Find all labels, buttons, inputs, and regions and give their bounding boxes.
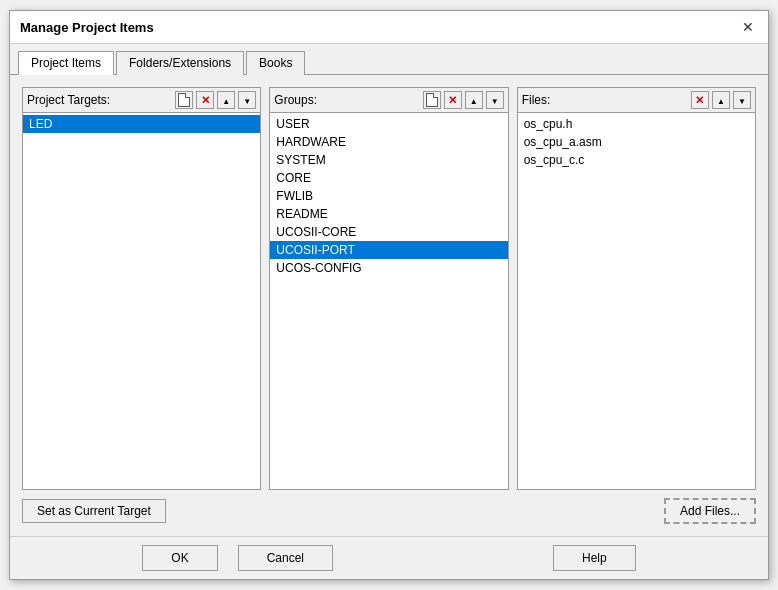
list-item[interactable]: UCOSII-PORT <box>270 241 507 259</box>
list-item[interactable]: LED <box>23 115 260 133</box>
arrow-down-icon <box>243 95 251 106</box>
targets-list[interactable]: LED <box>23 113 260 489</box>
files-label: Files: <box>522 93 688 107</box>
files-delete-button[interactable]: ✕ <box>691 91 709 109</box>
arrow-up-icon <box>717 95 725 106</box>
dialog-title: Manage Project Items <box>20 20 154 35</box>
targets-new-button[interactable] <box>175 91 193 109</box>
groups-list[interactable]: USER HARDWARE SYSTEM CORE FWLIB README U… <box>270 113 507 489</box>
tab-folders-extensions[interactable]: Folders/Extensions <box>116 51 244 75</box>
groups-move-down-button[interactable] <box>486 91 504 109</box>
list-item[interactable]: os_cpu_a.asm <box>518 133 755 151</box>
list-item[interactable]: HARDWARE <box>270 133 507 151</box>
groups-label: Groups: <box>274 93 419 107</box>
groups-panel: Groups: ✕ USER HARDWARE SYSTEM <box>269 87 508 490</box>
project-targets-panel: Project Targets: ✕ LED <box>22 87 261 490</box>
list-item[interactable]: FWLIB <box>270 187 507 205</box>
list-item[interactable]: os_cpu_c.c <box>518 151 755 169</box>
list-item[interactable]: USER <box>270 115 507 133</box>
targets-delete-button[interactable]: ✕ <box>196 91 214 109</box>
files-move-up-button[interactable] <box>712 91 730 109</box>
groups-new-button[interactable] <box>423 91 441 109</box>
dialog-footer: OK Cancel Help <box>10 536 768 579</box>
list-item[interactable]: os_cpu.h <box>518 115 755 133</box>
tab-bar: Project Items Folders/Extensions Books <box>10 44 768 75</box>
targets-header: Project Targets: ✕ <box>23 88 260 113</box>
files-panel: Files: ✕ os_cpu.h os_cpu_a.asm os_cpu_c.… <box>517 87 756 490</box>
arrow-down-icon <box>738 95 746 106</box>
files-move-down-button[interactable] <box>733 91 751 109</box>
list-item[interactable]: SYSTEM <box>270 151 507 169</box>
groups-delete-button[interactable]: ✕ <box>444 91 462 109</box>
manage-project-dialog: Manage Project Items ✕ Project Items Fol… <box>9 10 769 580</box>
ok-button[interactable]: OK <box>142 545 217 571</box>
list-item[interactable]: UCOS-CONFIG <box>270 259 507 277</box>
new-document-icon <box>178 93 190 107</box>
cancel-button[interactable]: Cancel <box>238 545 333 571</box>
bottom-left-buttons: Set as Current Target <box>22 499 166 523</box>
tab-books[interactable]: Books <box>246 51 305 75</box>
files-header: Files: ✕ <box>518 88 755 113</box>
bottom-action-row: Set as Current Target Add Files... <box>22 498 756 524</box>
groups-header: Groups: ✕ <box>270 88 507 113</box>
files-list[interactable]: os_cpu.h os_cpu_a.asm os_cpu_c.c <box>518 113 755 489</box>
bottom-right-buttons: Add Files... <box>664 498 756 524</box>
title-bar: Manage Project Items ✕ <box>10 11 768 44</box>
arrow-down-icon <box>491 95 499 106</box>
list-item[interactable]: README <box>270 205 507 223</box>
set-current-target-button[interactable]: Set as Current Target <box>22 499 166 523</box>
targets-label: Project Targets: <box>27 93 172 107</box>
arrow-up-icon <box>470 95 478 106</box>
close-button[interactable]: ✕ <box>738 17 758 37</box>
targets-move-down-button[interactable] <box>238 91 256 109</box>
arrow-up-icon <box>222 95 230 106</box>
help-button[interactable]: Help <box>553 545 636 571</box>
panels-container: Project Targets: ✕ LED <box>22 87 756 490</box>
list-item[interactable]: UCOSII-CORE <box>270 223 507 241</box>
new-document-icon <box>426 93 438 107</box>
add-files-button[interactable]: Add Files... <box>664 498 756 524</box>
groups-move-up-button[interactable] <box>465 91 483 109</box>
targets-move-up-button[interactable] <box>217 91 235 109</box>
main-content: Project Targets: ✕ LED <box>10 75 768 536</box>
tab-project-items[interactable]: Project Items <box>18 51 114 75</box>
list-item[interactable]: CORE <box>270 169 507 187</box>
